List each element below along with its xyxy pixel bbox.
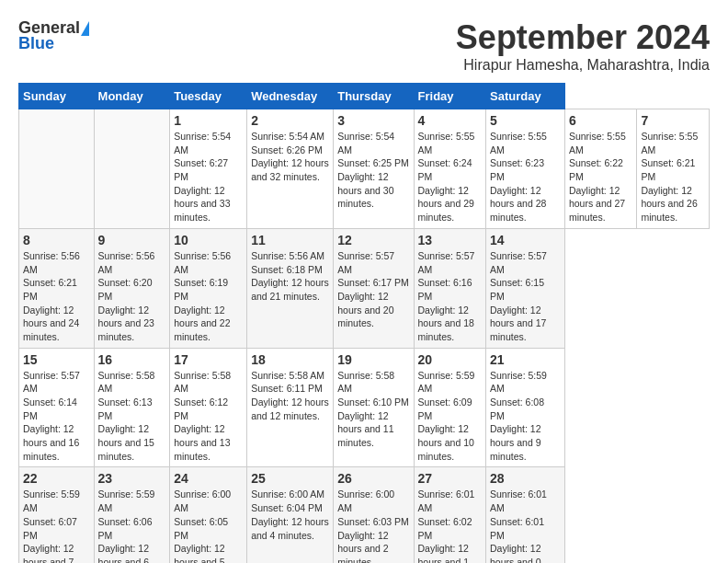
day-number: 8 — [23, 233, 90, 247]
sunrise-text: Sunrise: 5:59 AM — [98, 488, 155, 513]
day-info: Sunrise: 6:01 AM Sunset: 6:02 PM Dayligh… — [418, 488, 483, 563]
sunrise-text: Sunrise: 5:58 AM — [337, 370, 394, 395]
weekday-header-thursday: Thursday — [334, 84, 414, 109]
calendar-day-cell: 21 Sunrise: 5:59 AM Sunset: 6:08 PM Dayl… — [486, 348, 565, 467]
calendar-day-cell: 17 Sunrise: 5:58 AM Sunset: 6:12 PM Dayl… — [170, 348, 247, 467]
daylight-text: Daylight: 12 hours and 11 minutes. — [337, 410, 393, 448]
sunrise-text: Sunrise: 5:58 AM — [251, 370, 324, 381]
logo-arrow-icon — [81, 21, 89, 36]
daylight-text: Daylight: 12 hours and 24 minutes. — [23, 304, 79, 342]
day-info: Sunrise: 5:58 AM Sunset: 6:10 PM Dayligh… — [337, 369, 409, 450]
daylight-text: Daylight: 12 hours and 33 minutes. — [174, 185, 230, 223]
day-info: Sunrise: 5:54 AM Sunset: 6:25 PM Dayligh… — [337, 130, 409, 211]
sunset-text: Sunset: 6:02 PM — [418, 516, 472, 541]
sunset-text: Sunset: 6:20 PM — [98, 277, 153, 302]
calendar-day-cell: 23 Sunrise: 5:59 AM Sunset: 6:06 PM Dayl… — [94, 467, 170, 563]
calendar-day-cell: 3 Sunrise: 5:54 AM Sunset: 6:25 PM Dayli… — [334, 109, 414, 229]
sunrise-text: Sunrise: 5:57 AM — [418, 250, 475, 275]
sunset-text: Sunset: 6:13 PM — [98, 396, 153, 421]
calendar-day-cell: 15 Sunrise: 5:57 AM Sunset: 6:14 PM Dayl… — [19, 348, 95, 467]
calendar-day-cell: 25 Sunrise: 6:00 AM Sunset: 6:04 PM Dayl… — [247, 467, 334, 563]
sunrise-text: Sunrise: 5:58 AM — [174, 370, 231, 395]
calendar-day-cell: 14 Sunrise: 5:57 AM Sunset: 6:15 PM Dayl… — [486, 228, 565, 348]
sunrise-text: Sunrise: 5:56 AM — [251, 250, 324, 261]
sunset-text: Sunset: 6:03 PM — [337, 516, 409, 527]
calendar-week-row: 15 Sunrise: 5:57 AM Sunset: 6:14 PM Dayl… — [19, 348, 710, 467]
calendar-day-cell: 8 Sunrise: 5:56 AM Sunset: 6:21 PM Dayli… — [19, 228, 95, 348]
day-number: 12 — [337, 233, 409, 247]
day-number: 26 — [337, 471, 409, 486]
day-info: Sunrise: 5:59 AM Sunset: 6:06 PM Dayligh… — [98, 488, 166, 563]
sunrise-text: Sunrise: 5:55 AM — [641, 131, 698, 155]
calendar-day-cell: 10 Sunrise: 5:56 AM Sunset: 6:19 PM Dayl… — [170, 228, 247, 348]
daylight-text: Daylight: 12 hours and 27 minutes. — [569, 185, 625, 223]
day-info: Sunrise: 5:55 AM Sunset: 6:22 PM Dayligh… — [569, 130, 633, 224]
calendar-day-cell: 22 Sunrise: 5:59 AM Sunset: 6:07 PM Dayl… — [19, 467, 95, 563]
day-number: 19 — [337, 352, 409, 367]
calendar-day-cell: 12 Sunrise: 5:57 AM Sunset: 6:17 PM Dayl… — [334, 228, 414, 348]
day-number: 14 — [490, 233, 561, 247]
daylight-text: Daylight: 12 hours and 18 minutes. — [418, 304, 474, 342]
day-info: Sunrise: 5:56 AM Sunset: 6:20 PM Dayligh… — [98, 249, 166, 344]
weekday-header-friday: Friday — [414, 84, 486, 109]
sunrise-text: Sunrise: 6:00 AM — [337, 488, 394, 513]
calendar-day-cell: 13 Sunrise: 5:57 AM Sunset: 6:16 PM Dayl… — [414, 228, 486, 348]
sunset-text: Sunset: 6:10 PM — [337, 396, 409, 408]
day-info: Sunrise: 5:57 AM Sunset: 6:14 PM Dayligh… — [23, 369, 90, 464]
sunset-text: Sunset: 6:25 PM — [337, 157, 409, 168]
calendar-header-row: SundayMondayTuesdayWednesdayThursdayFrid… — [19, 84, 710, 109]
day-info: Sunrise: 5:59 AM Sunset: 6:08 PM Dayligh… — [490, 369, 561, 464]
daylight-text: Daylight: 12 hours and 4 minutes. — [251, 516, 329, 541]
sunrise-text: Sunrise: 5:56 AM — [174, 250, 231, 275]
day-info: Sunrise: 5:57 AM Sunset: 6:17 PM Dayligh… — [337, 249, 409, 330]
sunset-text: Sunset: 6:18 PM — [251, 264, 323, 275]
weekday-header-monday: Monday — [94, 84, 170, 109]
sunrise-text: Sunrise: 5:54 AM — [251, 131, 324, 142]
calendar-day-cell: 6 Sunrise: 5:55 AM Sunset: 6:22 PM Dayli… — [564, 109, 637, 229]
sunrise-text: Sunrise: 5:59 AM — [23, 488, 80, 513]
sunset-text: Sunset: 6:27 PM — [174, 157, 228, 182]
weekday-header-tuesday: Tuesday — [170, 84, 247, 109]
day-number: 13 — [418, 233, 483, 247]
sunset-text: Sunset: 6:09 PM — [418, 396, 472, 421]
calendar-day-cell: 19 Sunrise: 5:58 AM Sunset: 6:10 PM Dayl… — [334, 348, 414, 467]
weekday-header-wednesday: Wednesday — [247, 84, 334, 109]
day-info: Sunrise: 5:55 AM Sunset: 6:24 PM Dayligh… — [418, 130, 483, 224]
sunrise-text: Sunrise: 5:54 AM — [174, 131, 231, 155]
calendar-day-cell: 18 Sunrise: 5:58 AM Sunset: 6:11 PM Dayl… — [247, 348, 334, 467]
calendar-day-cell: 26 Sunrise: 6:00 AM Sunset: 6:03 PM Dayl… — [334, 467, 414, 563]
sunset-text: Sunset: 6:21 PM — [641, 157, 695, 182]
day-info: Sunrise: 6:00 AM Sunset: 6:04 PM Dayligh… — [251, 488, 329, 542]
sunset-text: Sunset: 6:19 PM — [174, 277, 228, 302]
sunset-text: Sunset: 6:16 PM — [418, 277, 472, 302]
sunset-text: Sunset: 6:11 PM — [251, 383, 323, 394]
daylight-text: Daylight: 12 hours and 0 minutes. — [490, 543, 540, 563]
daylight-text: Daylight: 12 hours and 5 minutes. — [174, 543, 224, 563]
daylight-text: Daylight: 12 hours and 22 minutes. — [174, 304, 230, 342]
day-info: Sunrise: 5:58 AM Sunset: 6:11 PM Dayligh… — [251, 369, 329, 423]
calendar-day-cell — [94, 109, 170, 229]
sunset-text: Sunset: 6:24 PM — [418, 157, 472, 182]
daylight-text: Daylight: 12 hours and 26 minutes. — [641, 185, 697, 223]
day-info: Sunrise: 5:56 AM Sunset: 6:19 PM Dayligh… — [174, 249, 243, 344]
day-number: 21 — [490, 352, 561, 367]
calendar-table: SundayMondayTuesdayWednesdayThursdayFrid… — [18, 83, 710, 563]
daylight-text: Daylight: 12 hours and 28 minutes. — [490, 185, 546, 223]
day-number: 2 — [251, 113, 329, 128]
day-number: 6 — [569, 113, 633, 128]
day-info: Sunrise: 5:56 AM Sunset: 6:18 PM Dayligh… — [251, 249, 329, 304]
calendar-day-cell: 7 Sunrise: 5:55 AM Sunset: 6:21 PM Dayli… — [637, 109, 710, 229]
day-number: 7 — [641, 113, 705, 128]
sunset-text: Sunset: 6:23 PM — [490, 157, 544, 182]
sunset-text: Sunset: 6:15 PM — [490, 277, 544, 302]
daylight-text: Daylight: 12 hours and 10 minutes. — [418, 423, 474, 461]
calendar-day-cell: 1 Sunrise: 5:54 AM Sunset: 6:27 PM Dayli… — [170, 109, 247, 229]
calendar-week-row: 8 Sunrise: 5:56 AM Sunset: 6:21 PM Dayli… — [19, 228, 710, 348]
sunrise-text: Sunrise: 5:54 AM — [337, 131, 394, 155]
day-number: 24 — [174, 471, 243, 486]
day-number: 28 — [490, 471, 561, 486]
daylight-text: Daylight: 12 hours and 23 minutes. — [98, 304, 154, 342]
sunrise-text: Sunrise: 5:59 AM — [490, 370, 547, 395]
day-number: 17 — [174, 352, 243, 367]
day-info: Sunrise: 5:54 AM Sunset: 6:27 PM Dayligh… — [174, 130, 243, 224]
